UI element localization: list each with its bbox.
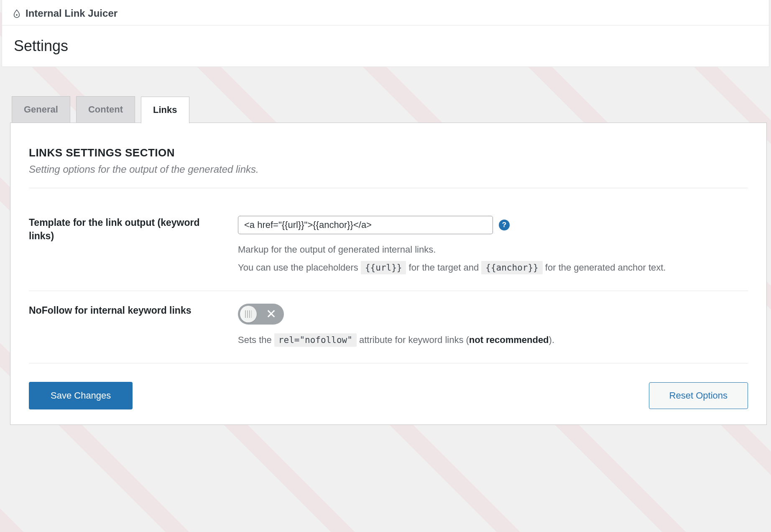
toggle-knob — [240, 306, 257, 322]
template-input[interactable] — [238, 216, 493, 234]
help-icon[interactable]: ? — [499, 220, 510, 230]
placeholder-anchor-chip: {{anchor}} — [481, 261, 542, 274]
setting-label-template: Template for the link output (keyword li… — [29, 216, 225, 243]
plugin-name: Internal Link Juicer — [26, 8, 117, 19]
template-desc-2: You can use the placeholders {{url}} for… — [238, 260, 748, 276]
placeholder-url-chip: {{url}} — [361, 261, 406, 274]
section-subtitle: Setting options for the output of the ge… — [29, 164, 748, 175]
droplet-icon — [12, 8, 21, 18]
nofollow-code-chip: rel="nofollow" — [274, 333, 357, 347]
template-desc-1: Markup for the output of generated inter… — [238, 242, 748, 257]
nofollow-desc: Sets the rel="nofollow" attribute for ke… — [238, 332, 748, 348]
tab-links[interactable]: Links — [141, 97, 189, 123]
plugin-row: Internal Link Juicer — [2, 0, 769, 26]
header-bar: Internal Link Juicer Settings — [2, 0, 769, 67]
setting-row-nofollow: NoFollow for internal keyword links ✕ Se… — [29, 291, 748, 363]
reset-button[interactable]: Reset Options — [649, 382, 748, 409]
toggle-x-icon: ✕ — [266, 308, 276, 320]
tab-general[interactable]: General — [12, 96, 70, 123]
save-button[interactable]: Save Changes — [29, 382, 133, 409]
tabs-nav: General Content Links — [12, 96, 767, 123]
setting-label-nofollow: NoFollow for internal keyword links — [29, 304, 225, 317]
section-head: LINKS SETTINGS SECTION Setting options f… — [29, 146, 748, 188]
page-title: Settings — [14, 37, 759, 55]
settings-panel: LINKS SETTINGS SECTION Setting options f… — [10, 123, 767, 425]
page-title-row: Settings — [2, 26, 769, 66]
actions-row: Save Changes Reset Options — [29, 363, 748, 409]
svg-point-0 — [16, 14, 18, 16]
setting-row-template: Template for the link output (keyword li… — [29, 203, 748, 291]
section-title: LINKS SETTINGS SECTION — [29, 146, 748, 159]
tab-content[interactable]: Content — [76, 96, 135, 123]
nofollow-toggle[interactable]: ✕ — [238, 304, 284, 325]
